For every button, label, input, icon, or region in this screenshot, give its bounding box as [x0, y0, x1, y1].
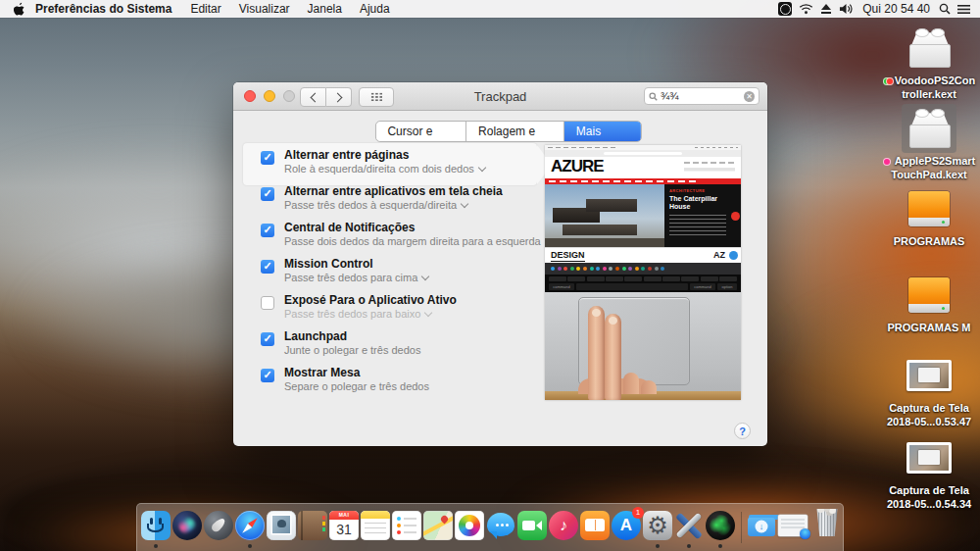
preview-section-strip: DESIGN AZ: [545, 247, 741, 264]
dock-item-safari[interactable]: [234, 507, 266, 548]
gesture-row-launchpad[interactable]: ✓LaunchpadJunte o polegar e três dedos: [249, 328, 529, 365]
menu-item-visualizar[interactable]: Visualizar: [239, 2, 290, 16]
dock: MAI31♪A1⚙↓: [136, 503, 844, 551]
dock-item-itunes[interactable]: ♪: [548, 507, 579, 548]
volume-icon[interactable]: [839, 3, 854, 15]
dock-item-green-app[interactable]: [705, 507, 736, 548]
status-app-icon[interactable]: [778, 2, 792, 16]
desktop-icon-image: [902, 104, 956, 153]
notification-center-icon[interactable]: [957, 4, 970, 15]
dock-item-appstore[interactable]: A1: [611, 507, 642, 548]
search-field[interactable]: ¾¾ ✕: [644, 87, 760, 105]
dock-item-finder[interactable]: [140, 507, 172, 548]
tab-mais-gestos[interactable]: Mais Gestos: [564, 122, 641, 141]
dock-item-minimized-window[interactable]: [777, 507, 808, 548]
dock-item-messages[interactable]: [485, 507, 516, 548]
gesture-row-expose-para-o-aplicativo-ativo[interactable]: Exposé Para o Aplicativo AtivoPasse três…: [249, 292, 529, 328]
gesture-checkbox-mostrar-mesa[interactable]: ✓: [261, 369, 274, 382]
dock-item-downloads[interactable]: ↓: [746, 507, 777, 548]
dock-item-system-preferences[interactable]: ⚙: [642, 507, 673, 548]
gesture-checkbox-mission-control[interactable]: ✓: [261, 260, 274, 274]
gesture-checkbox-launchpad[interactable]: ✓: [261, 332, 274, 346]
dock-item-ibooks[interactable]: [579, 507, 611, 548]
utilities-icon: [674, 511, 704, 540]
safari-icon: [235, 511, 265, 540]
gesture-checkbox-alternar-entre-pa-ginas[interactable]: ✓: [261, 151, 274, 165]
dock-item-photos[interactable]: [454, 507, 485, 548]
gesture-row-alternar-entre-aplicativos-em-tela-cheia[interactable]: ✓Alternar entre aplicativos em tela chei…: [249, 183, 529, 220]
eject-icon[interactable]: [820, 4, 832, 15]
preview-dock-dot: [564, 267, 567, 271]
calendar-icon: MAI31: [329, 511, 359, 540]
dock-item-reminders[interactable]: [391, 507, 422, 548]
menu-item-ajuda[interactable]: Ajuda: [360, 2, 390, 16]
dock-item-calendar[interactable]: MAI31: [328, 507, 360, 548]
launchpad-icon: [204, 511, 233, 540]
screenshot-file-icon: [906, 360, 952, 391]
desktop-icon-captura-de-tela-2018-05-0-53-47[interactable]: Captura de Tela2018-05...0.53.47: [878, 351, 980, 429]
external-drive-icon: [907, 190, 951, 227]
dock-item-launchpad[interactable]: [203, 507, 234, 548]
external-drive-icon: [907, 276, 951, 314]
desktop-icon-voodoops2con-troller-kext[interactable]: VoodooPS2Controller.kext: [878, 24, 980, 102]
window-titlebar[interactable]: Trackpad ¾¾ ✕: [233, 82, 767, 111]
preview-command-key: command: [690, 283, 715, 290]
preview-next-badge: [731, 212, 740, 221]
green-app-icon: [706, 511, 735, 540]
gesture-row-alternar-entre-pa-ginas[interactable]: ✓Alternar entre páginasRole à esquerda/d…: [249, 147, 529, 183]
chevron-down-icon[interactable]: [424, 309, 432, 317]
help-button[interactable]: ?: [734, 423, 751, 439]
desktop-icon-captura-de-tela-2018-05-0-54-34[interactable]: Captura de Tela2018-05...0.54.34: [878, 433, 980, 512]
desktop-icon-programas[interactable]: PROGRAMAS: [878, 184, 980, 249]
chevron-down-icon[interactable]: [478, 164, 486, 172]
reminders-icon: [392, 511, 421, 540]
preview-mini-dock: [545, 263, 741, 275]
system-preferences-icon: ⚙: [643, 511, 672, 540]
gesture-subtitle: Passe três dedos à esquerda/direita: [284, 199, 467, 211]
running-indicator: [154, 544, 158, 548]
preview-dock-dot: [641, 267, 645, 271]
preview-site-logo: AZURE: [551, 157, 604, 176]
maps-icon: [423, 511, 453, 540]
menu-item-editar[interactable]: Editar: [190, 2, 220, 16]
contacts-icon: [298, 511, 327, 540]
desktop-icon-label: Captura de Tela2018-05...0.53.47: [887, 402, 971, 429]
gesture-row-central-de-notificac-o-es[interactable]: ✓Central de NotificaçõesPasse dois dedos…: [249, 220, 529, 256]
preview-dock-dot: [551, 267, 555, 271]
dock-item-contacts[interactable]: [297, 507, 328, 548]
downloads-icon: ↓: [747, 511, 776, 540]
gesture-checkbox-alternar-entre-aplicativos-em-tela-cheia[interactable]: ✓: [261, 187, 274, 201]
dock-item-utilities[interactable]: [673, 507, 705, 548]
gesture-row-mostrar-mesa[interactable]: ✓Mostrar MesaSepare o polegar e três ded…: [249, 365, 529, 401]
apple-menu-icon[interactable]: [10, 2, 29, 16]
dock-item-notes[interactable]: [360, 507, 391, 548]
preview-dock-dot: [570, 267, 574, 271]
dock-item-facetime[interactable]: [516, 507, 548, 548]
kext-icon: [907, 28, 951, 68]
tab-cursor-e-clique[interactable]: Cursor e Clique: [375, 122, 466, 141]
ibooks-icon: [580, 511, 610, 540]
menu-bar-clock[interactable]: Qui 20 54 40: [862, 2, 930, 16]
preview-dock-dot: [648, 267, 652, 271]
dock-item-siri[interactable]: [172, 507, 203, 548]
active-app-menu[interactable]: Preferências do Sistema: [35, 2, 172, 16]
desktop-icon-programas-m[interactable]: PROGRAMAS M: [878, 271, 980, 335]
chevron-down-icon[interactable]: [421, 273, 429, 280]
facetime-icon: [517, 511, 547, 540]
clear-search-icon[interactable]: ✕: [744, 91, 755, 102]
preview-blue-dot: [729, 251, 738, 260]
preview-dock-dot: [603, 267, 607, 271]
dock-item-maps[interactable]: [422, 507, 454, 548]
desktop-icon-appleps2smart-touchpad-kext[interactable]: ApplePS2SmartTouchPad.kext: [878, 104, 980, 182]
dock-item-trash[interactable]: [808, 507, 840, 548]
wifi-icon[interactable]: [799, 4, 813, 15]
dock-item-mail[interactable]: [266, 507, 297, 548]
spotlight-search-icon[interactable]: [939, 3, 951, 15]
chevron-down-icon[interactable]: [461, 200, 468, 208]
tab-rolagem-e-zoom[interactable]: Rolagem e Zoom: [466, 122, 564, 141]
gesture-checkbox-expose-para-o-aplicativo-ativo[interactable]: [261, 296, 274, 310]
menu-item-janela[interactable]: Janela: [308, 2, 342, 16]
gesture-title: Mission Control: [284, 257, 373, 271]
gesture-row-mission-control[interactable]: ✓Mission ControlPasse três dedos para ci…: [249, 256, 529, 292]
gesture-checkbox-central-de-notificac-o-es[interactable]: ✓: [261, 224, 274, 237]
